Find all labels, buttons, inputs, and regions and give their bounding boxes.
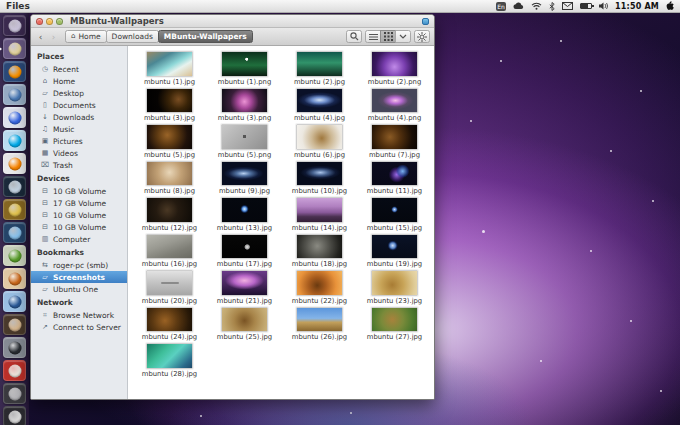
forward-button[interactable]: › bbox=[48, 31, 59, 43]
file-item-mbuntu-10-jpg[interactable]: mbuntu (10).jpg bbox=[282, 161, 357, 196]
close-button[interactable] bbox=[36, 18, 43, 25]
launcher-item-app-store[interactable] bbox=[3, 291, 26, 312]
file-item-mbuntu-2-png[interactable]: mbuntu (2).png bbox=[357, 51, 432, 86]
launcher-item-screenshot-tool[interactable] bbox=[3, 337, 26, 358]
file-item-mbuntu-20-jpg[interactable]: mbuntu (20).jpg bbox=[132, 270, 207, 305]
minimize-button[interactable] bbox=[46, 18, 53, 25]
launcher-item-system-settings[interactable] bbox=[3, 383, 26, 404]
file-item-mbuntu-3-jpg[interactable]: mbuntu (3).jpg bbox=[132, 88, 207, 123]
launcher-item-steam[interactable] bbox=[3, 176, 26, 197]
apple-menu-icon[interactable] bbox=[666, 1, 675, 11]
sidebar-item-ubuntu-one[interactable]: ▱Ubuntu One bbox=[31, 283, 127, 295]
launcher-item-playonlinux[interactable] bbox=[3, 268, 26, 289]
file-item-mbuntu-4-png[interactable]: mbuntu (4).png bbox=[357, 88, 432, 123]
launcher-item-vlc[interactable] bbox=[3, 153, 26, 174]
file-item-mbuntu-21-jpg[interactable]: mbuntu (21).jpg bbox=[207, 270, 282, 305]
launcher-item-chromium[interactable] bbox=[3, 84, 26, 105]
file-item-mbuntu-6-jpg[interactable]: mbuntu (6).jpg bbox=[282, 124, 357, 159]
launcher-item-skype[interactable] bbox=[3, 130, 26, 151]
sidebar-item-computer[interactable]: ▥Computer bbox=[31, 233, 127, 245]
clock-icon: ◷ bbox=[41, 65, 49, 73]
file-item-mbuntu-18-jpg[interactable]: mbuntu (18).jpg bbox=[282, 234, 357, 269]
sidebar-item-desktop[interactable]: ▱Desktop bbox=[31, 87, 127, 99]
back-button[interactable]: ‹ bbox=[35, 31, 46, 43]
file-item-mbuntu-8-jpg[interactable]: mbuntu (8).jpg bbox=[132, 161, 207, 196]
battery-icon[interactable] bbox=[580, 3, 592, 9]
sidebar-item-browse-network[interactable]: ⌗Browse Network bbox=[31, 309, 127, 321]
file-item-mbuntu-7-jpg[interactable]: mbuntu (7).jpg bbox=[357, 124, 432, 159]
sidebar-item-recent[interactable]: ◷Recent bbox=[31, 63, 127, 75]
file-item-mbuntu-15-jpg[interactable]: mbuntu (15).jpg bbox=[357, 197, 432, 232]
sidebar-item-roger-pc-smb-[interactable]: ⇆roger-pc (smb) bbox=[31, 259, 127, 271]
sidebar-item-pictures[interactable]: ▣Pictures bbox=[31, 135, 127, 147]
sidebar-item-10-gb-volume[interactable]: ⊟10 GB Volume bbox=[31, 209, 127, 221]
sidebar-item-10-gb-volume[interactable]: ⊟10 GB Volume bbox=[31, 185, 127, 197]
launcher-item-gimp[interactable] bbox=[3, 314, 26, 335]
launcher-item-wireframe-box[interactable] bbox=[3, 107, 26, 128]
bluetooth-icon[interactable] bbox=[549, 2, 555, 11]
volume-icon[interactable] bbox=[599, 2, 608, 10]
launcher-item-firefox[interactable] bbox=[3, 61, 26, 82]
file-item-mbuntu-26-jpg[interactable]: mbuntu (26).jpg bbox=[282, 307, 357, 342]
file-item-mbuntu-9-jpg[interactable]: mbuntu (9).jpg bbox=[207, 161, 282, 196]
list-view-button[interactable] bbox=[365, 30, 381, 43]
file-item-mbuntu-23-jpg[interactable]: mbuntu (23).jpg bbox=[357, 270, 432, 305]
sidebar-item-videos[interactable]: ▦Videos bbox=[31, 147, 127, 159]
clock[interactable]: 11:50 AM bbox=[615, 2, 659, 11]
sidebar-item-17-gb-volume[interactable]: ⊟17 GB Volume bbox=[31, 197, 127, 209]
file-item-mbuntu-28-jpg[interactable]: mbuntu (28).jpg bbox=[132, 343, 207, 378]
file-item-mbuntu-2-jpg[interactable]: mbuntu (2).jpg bbox=[282, 51, 357, 86]
file-item-mbuntu-17-jpg[interactable]: mbuntu (17).jpg bbox=[207, 234, 282, 269]
file-item-mbuntu-1-jpg[interactable]: mbuntu (1).jpg bbox=[132, 51, 207, 86]
maximize-button[interactable] bbox=[56, 18, 63, 25]
launcher-item-files[interactable] bbox=[3, 38, 26, 59]
launcher-item-dash-home[interactable] bbox=[3, 15, 26, 36]
gear-menu-button[interactable] bbox=[414, 30, 430, 43]
file-item-mbuntu-5-png[interactable]: mbuntu (5).png bbox=[207, 124, 282, 159]
file-thumbnail bbox=[221, 234, 268, 260]
sidebar-item-home[interactable]: ⌂Home bbox=[31, 75, 127, 87]
file-item-mbuntu-16-jpg[interactable]: mbuntu (16).jpg bbox=[132, 234, 207, 269]
file-item-mbuntu-12-jpg[interactable]: mbuntu (12).jpg bbox=[132, 197, 207, 232]
messenger-icon bbox=[8, 226, 21, 239]
active-app-menu[interactable]: Files bbox=[6, 1, 30, 11]
sidebar-item-screenshots[interactable]: ▱Screenshots bbox=[31, 271, 127, 283]
sidebar-item-downloads[interactable]: ↓Downloads bbox=[31, 111, 127, 123]
file-name: mbuntu (8).jpg bbox=[144, 187, 195, 195]
breadcrumb-home[interactable]: ⌂Home bbox=[65, 30, 107, 43]
file-item-mbuntu-14-jpg[interactable]: mbuntu (14).jpg bbox=[282, 197, 357, 232]
launcher-item-calendar[interactable] bbox=[3, 360, 26, 381]
file-item-mbuntu-22-jpg[interactable]: mbuntu (22).jpg bbox=[282, 270, 357, 305]
sidebar-item-documents[interactable]: ▯Documents bbox=[31, 99, 127, 111]
titlebar[interactable]: MBuntu-Wallpapers bbox=[31, 15, 434, 28]
grid-view-button[interactable] bbox=[380, 30, 396, 43]
launcher-item-terminal[interactable] bbox=[3, 406, 26, 425]
mail-icon[interactable] bbox=[562, 2, 573, 10]
launcher-item-messenger[interactable] bbox=[3, 222, 26, 243]
launcher-item-green-app[interactable] bbox=[3, 245, 26, 266]
file-item-mbuntu-27-jpg[interactable]: mbuntu (27).jpg bbox=[357, 307, 432, 342]
file-name: mbuntu (11).jpg bbox=[367, 187, 422, 195]
view-options-dropdown[interactable] bbox=[395, 30, 411, 43]
breadcrumb-downloads[interactable]: Downloads bbox=[106, 30, 159, 43]
sidebar-item-music[interactable]: ♫Music bbox=[31, 123, 127, 135]
file-item-mbuntu-4-jpg[interactable]: mbuntu (4).jpg bbox=[282, 88, 357, 123]
keyboard-layout-icon[interactable]: En bbox=[496, 2, 506, 11]
file-item-mbuntu-1-png[interactable]: mbuntu (1).png bbox=[207, 51, 282, 86]
file-thumbnail bbox=[371, 307, 418, 333]
cloud-icon[interactable] bbox=[513, 2, 524, 10]
file-item-mbuntu-13-jpg[interactable]: mbuntu (13).jpg bbox=[207, 197, 282, 232]
launcher-item-game-crest[interactable] bbox=[3, 199, 26, 220]
file-item-mbuntu-11-jpg[interactable]: mbuntu (11).jpg bbox=[357, 161, 432, 196]
sidebar-item-trash[interactable]: ⌧Trash bbox=[31, 159, 127, 171]
search-button[interactable] bbox=[346, 30, 362, 43]
file-item-mbuntu-24-jpg[interactable]: mbuntu (24).jpg bbox=[132, 307, 207, 342]
file-item-mbuntu-25-jpg[interactable]: mbuntu (25).jpg bbox=[207, 307, 282, 342]
file-item-mbuntu-19-jpg[interactable]: mbuntu (19).jpg bbox=[357, 234, 432, 269]
sidebar-item-connect-to-server[interactable]: ↗Connect to Server bbox=[31, 321, 127, 333]
sidebar-item-10-gb-volume[interactable]: ⊟10 GB Volume bbox=[31, 221, 127, 233]
file-item-mbuntu-5-jpg[interactable]: mbuntu (5).jpg bbox=[132, 124, 207, 159]
wifi-icon[interactable] bbox=[531, 2, 542, 10]
file-item-mbuntu-3-png[interactable]: mbuntu (3).png bbox=[207, 88, 282, 123]
breadcrumb-mbuntu-wallpapers[interactable]: MBuntu-Wallpapers bbox=[158, 30, 253, 43]
